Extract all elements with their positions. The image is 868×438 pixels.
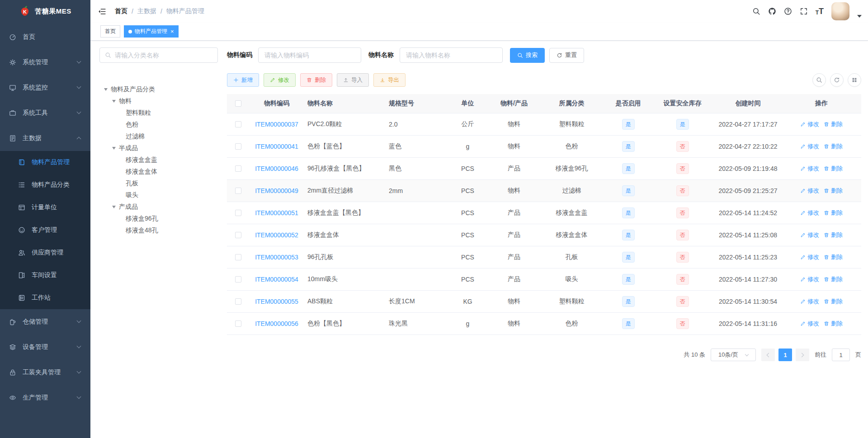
select-all-checkbox[interactable] — [235, 100, 241, 107]
export-button[interactable]: 导出 — [373, 73, 406, 87]
category-search-input[interactable] — [115, 52, 212, 59]
edit-row-link[interactable]: 修改 — [800, 187, 819, 195]
breadcrumb-home[interactable]: 首页 — [115, 7, 127, 15]
tree-node-产成品[interactable]: 产成品 — [99, 201, 218, 213]
goto-page-input[interactable] — [832, 349, 850, 361]
delete-row-link[interactable]: 删除 — [824, 187, 843, 195]
tree-node-色粉[interactable]: 色粉 — [99, 119, 218, 131]
prev-page-button[interactable] — [761, 349, 775, 361]
tree-node-过滤棉[interactable]: 过滤棉 — [99, 131, 218, 142]
reset-button[interactable]: 重置 — [549, 48, 584, 63]
code-filter-input[interactable] — [258, 47, 361, 63]
row-checkbox[interactable] — [235, 143, 241, 150]
table-row[interactable]: ITEM00000041色粉【蓝色】蓝色g物料色粉是否2022-04-27 22… — [227, 136, 861, 158]
tree-expand-caret-icon[interactable] — [112, 147, 116, 150]
material-code-link[interactable]: ITEM00000041 — [255, 143, 298, 150]
table-row[interactable]: ITEM00000037PVC2.0颗粒2.0公斤物料塑料颗粒是是2022-04… — [227, 113, 861, 136]
close-tab-icon[interactable]: × — [170, 28, 174, 34]
edit-row-link[interactable]: 修改 — [800, 165, 819, 173]
tree-node-物料及产品分类[interactable]: 物料及产品分类 — [99, 84, 218, 95]
delete-row-link[interactable]: 删除 — [824, 253, 843, 261]
edit-row-link[interactable]: 修改 — [800, 253, 819, 261]
refresh-table-button[interactable] — [830, 73, 844, 87]
edit-row-link[interactable]: 修改 — [800, 209, 819, 217]
tree-expand-caret-icon[interactable] — [104, 88, 108, 91]
edit-button[interactable]: 修改 — [264, 73, 296, 87]
sidebar-item-系统监控[interactable]: 系统监控 — [0, 75, 90, 100]
delete-row-link[interactable]: 删除 — [824, 297, 843, 306]
edit-row-link[interactable]: 修改 — [800, 142, 819, 151]
edit-row-link[interactable]: 修改 — [800, 320, 819, 328]
edit-row-link[interactable]: 修改 — [800, 231, 819, 239]
material-code-link[interactable]: ITEM00000037 — [255, 121, 298, 128]
tree-node-物料[interactable]: 物料 — [99, 95, 218, 107]
edit-row-link[interactable]: 修改 — [800, 275, 819, 283]
sidebar-item-客户管理[interactable]: 客户管理 — [0, 219, 90, 241]
search-icon[interactable] — [752, 7, 760, 15]
table-row[interactable]: ITEM000000492mm直径过滤棉2mmPCS物料过滤棉是否2022-05… — [227, 180, 861, 202]
tree-expand-caret-icon[interactable] — [112, 100, 116, 103]
table-row[interactable]: ITEM00000056色粉【黑色】珠光黑g物料色粉是否2022-05-14 1… — [227, 313, 861, 335]
material-code-link[interactable]: ITEM00000049 — [255, 187, 298, 194]
sidebar-toggle-button[interactable] — [90, 0, 113, 23]
toggle-search-button[interactable] — [812, 73, 826, 87]
material-code-link[interactable]: ITEM00000052 — [255, 231, 298, 239]
sidebar-item-物料产品分类[interactable]: 物料产品分类 — [0, 174, 90, 196]
delete-row-link[interactable]: 删除 — [824, 142, 843, 151]
tree-node-移液盒盒盖[interactable]: 移液盒盒盖 — [99, 154, 218, 166]
tab-home[interactable]: 首页 — [100, 25, 120, 38]
sidebar-item-主数据[interactable]: 主数据 — [0, 126, 90, 151]
github-icon[interactable] — [768, 7, 776, 15]
row-checkbox[interactable] — [235, 254, 241, 260]
next-page-button[interactable] — [796, 349, 809, 361]
sidebar-item-物料产品管理[interactable]: 物料产品管理 — [0, 151, 90, 174]
sidebar-item-设备管理[interactable]: 设备管理 — [0, 334, 90, 360]
current-page-button[interactable]: 1 — [778, 349, 792, 361]
delete-row-link[interactable]: 删除 — [824, 120, 843, 128]
delete-row-link[interactable]: 删除 — [824, 320, 843, 328]
table-row[interactable]: ITEM0000004696孔移液盒【黑色】黑色PCS产品移液盒96孔是否202… — [227, 158, 861, 180]
edit-row-link[interactable]: 修改 — [800, 297, 819, 306]
sidebar-item-计量单位[interactable]: 计量单位 — [0, 196, 90, 219]
tree-node-移液盒48孔[interactable]: 移液盒48孔 — [99, 225, 218, 236]
caret-down-icon[interactable] — [857, 15, 862, 18]
table-row[interactable]: ITEM00000055ABS颗粒长度1CMKG物料塑料颗粒是否2022-05-… — [227, 291, 861, 313]
material-code-link[interactable]: ITEM00000051 — [255, 209, 298, 217]
table-row[interactable]: ITEM0000005396孔孔板PCS产品孔板是否2022-05-14 11:… — [227, 246, 861, 268]
column-settings-button[interactable] — [848, 73, 861, 87]
table-row[interactable]: ITEM0000005410mm吸头PCS产品吸头是否2022-05-14 11… — [227, 268, 861, 291]
sidebar-item-供应商管理[interactable]: 供应商管理 — [0, 241, 90, 264]
row-checkbox[interactable] — [235, 165, 241, 172]
tree-node-塑料颗粒[interactable]: 塑料颗粒 — [99, 107, 218, 119]
sidebar-item-工作站[interactable]: 工作站 — [0, 287, 90, 309]
tree-node-移液盒96孔[interactable]: 移液盒96孔 — [99, 213, 218, 225]
tree-node-移液盒盒体[interactable]: 移液盒盒体 — [99, 166, 218, 178]
tree-expand-caret-icon[interactable] — [112, 206, 116, 208]
import-button[interactable]: 导入 — [337, 73, 369, 87]
sidebar-item-系统管理[interactable]: 系统管理 — [0, 50, 90, 75]
row-checkbox[interactable] — [235, 276, 241, 283]
user-avatar[interactable] — [831, 2, 849, 20]
tree-node-孔板[interactable]: 孔板 — [99, 178, 218, 189]
fullscreen-icon[interactable] — [800, 7, 808, 15]
tree-node-半成品[interactable]: 半成品 — [99, 142, 218, 154]
search-button[interactable]: 搜索 — [510, 48, 545, 63]
material-code-link[interactable]: ITEM00000055 — [255, 298, 298, 305]
sidebar-item-车间设置[interactable]: 车间设置 — [0, 264, 90, 287]
tab-material-product[interactable]: 物料产品管理 × — [124, 25, 179, 38]
row-checkbox[interactable] — [235, 210, 241, 216]
table-row[interactable]: ITEM00000052移液盒盒体PCS产品移液盒盒体是否2022-05-14 … — [227, 224, 861, 246]
sidebar-item-系统工具[interactable]: 系统工具 — [0, 100, 90, 126]
name-filter-input[interactable] — [400, 47, 503, 63]
row-checkbox[interactable] — [235, 298, 241, 305]
font-size-icon[interactable]: TT — [816, 7, 824, 15]
material-code-link[interactable]: ITEM00000054 — [255, 276, 298, 283]
help-icon[interactable] — [784, 7, 792, 15]
add-button[interactable]: 新增 — [227, 73, 259, 87]
sidebar-item-首页[interactable]: 首页 — [0, 24, 90, 50]
page-size-select[interactable]: 10条/页 — [711, 349, 756, 361]
sidebar-item-工装夹具管理[interactable]: 工装夹具管理 — [0, 360, 90, 385]
table-row[interactable]: ITEM00000051移液盒盒盖【黑色】PCS产品移液盒盒盖是否2022-05… — [227, 202, 861, 224]
delete-row-link[interactable]: 删除 — [824, 165, 843, 173]
delete-row-link[interactable]: 删除 — [824, 209, 843, 217]
